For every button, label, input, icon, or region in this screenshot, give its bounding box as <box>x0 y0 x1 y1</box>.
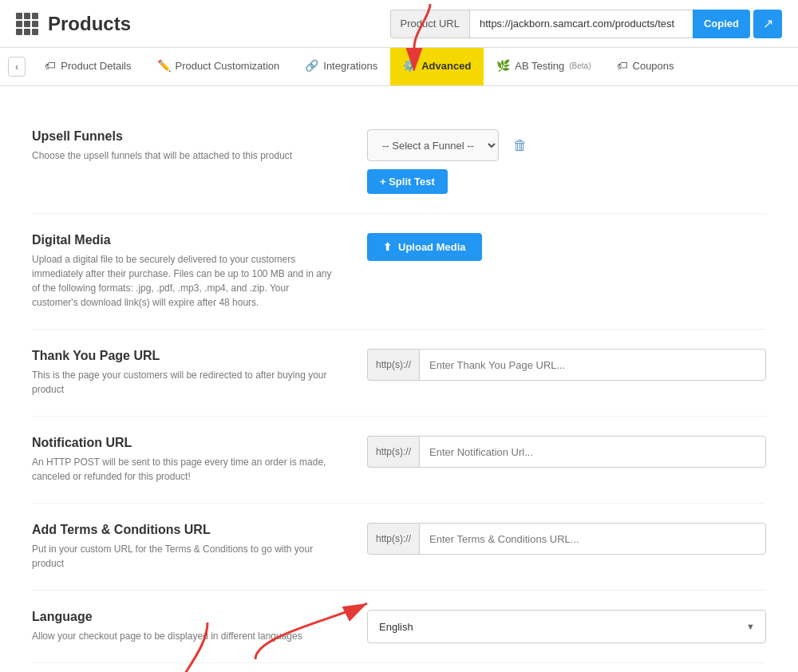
delete-funnel-button[interactable]: 🗑 <box>507 131 534 160</box>
split-test-button[interactable]: + Split Test <box>367 169 448 194</box>
upsell-funnels-title: Upsell Funnels <box>32 129 335 144</box>
upload-icon: ⬆ <box>383 241 392 253</box>
thank-you-page-section: Thank You Page URL This is the page your… <box>32 330 766 417</box>
language-desc: Allow your checkout page to be displayed… <box>32 629 335 643</box>
branch-icon: 🌿 <box>496 59 510 72</box>
terms-conditions-url-group: http(s):// <box>367 523 766 555</box>
pencil-icon: ✏️ <box>157 59 171 72</box>
language-section: Language Allow your checkout page to be … <box>32 591 766 663</box>
digital-media-desc: Upload a digital file to be securely del… <box>32 252 335 310</box>
tab-advanced[interactable]: ⚙️ Advanced <box>390 48 484 85</box>
digital-media-title: Digital Media <box>32 233 335 247</box>
terms-conditions-desc: Put in your custom URL for the Terms & C… <box>32 542 335 571</box>
digital-media-section: Digital Media Upload a digital file to b… <box>32 214 766 330</box>
trash-icon: 🗑 <box>513 137 527 153</box>
tab-product-customization[interactable]: ✏️ Product Customization <box>144 48 293 85</box>
tab-prev-button[interactable]: ‹ <box>8 57 26 77</box>
thank-you-title: Thank You Page URL <box>32 349 335 363</box>
notification-url-group: http(s):// <box>367 436 766 468</box>
page-title: Products <box>48 13 131 35</box>
upload-media-button[interactable]: ⬆ Upload Media <box>367 233 482 261</box>
tag-icon: 🏷 <box>45 59 56 72</box>
product-url-input[interactable] <box>469 10 693 38</box>
copied-button[interactable]: Copied <box>693 10 750 38</box>
external-link-button[interactable]: ↗ <box>753 10 782 38</box>
notification-url-input[interactable] <box>419 436 766 468</box>
tab-coupons[interactable]: 🏷 Coupons <box>604 48 687 85</box>
language-select[interactable]: English Spanish French German Portuguese… <box>367 610 766 643</box>
gear-icon: ⚙️ <box>403 59 417 72</box>
product-url-label: Product URL <box>390 10 469 38</box>
notification-url-prefix: http(s):// <box>367 436 419 468</box>
notification-url-desc: An HTTP POST will be sent to this page e… <box>32 455 335 484</box>
coupon-icon: 🏷 <box>617 59 628 72</box>
thank-you-url-group: http(s):// <box>367 349 766 381</box>
upsell-funnels-desc: Choose the upsell funnels that will be a… <box>32 148 335 163</box>
tab-ab-testing[interactable]: 🌿 AB Testing (Beta) <box>484 48 603 85</box>
funnel-select[interactable]: -- Select a Funnel -- <box>367 129 499 161</box>
main-content: Upsell Funnels Choose the upsell funnels… <box>0 86 798 672</box>
thank-you-url-input[interactable] <box>419 349 766 381</box>
upsell-funnels-section: Upsell Funnels Choose the upsell funnels… <box>32 110 766 214</box>
thank-you-url-prefix: http(s):// <box>367 349 419 381</box>
language-select-wrapper: English Spanish French German Portuguese… <box>367 610 766 643</box>
tab-integrations[interactable]: 🔗 Integrations <box>292 48 390 85</box>
terms-conditions-title: Add Terms & Conditions URL <box>32 523 335 537</box>
thank-you-desc: This is the page your customers will be … <box>32 368 335 397</box>
embed-html-section: Embed HTML / Scripts In Footer Embed any… <box>32 663 766 672</box>
terms-conditions-url-input[interactable] <box>419 523 766 555</box>
terms-conditions-section: Add Terms & Conditions URL Put in your c… <box>32 504 766 591</box>
link-icon: 🔗 <box>305 59 318 72</box>
tab-product-details[interactable]: 🏷 Product Details <box>32 48 144 85</box>
notification-url-title: Notification URL <box>32 436 335 450</box>
tabs-bar: ‹ 🏷 Product Details ✏️ Product Customiza… <box>0 48 798 86</box>
notification-url-section: Notification URL An HTTP POST will be se… <box>32 417 766 504</box>
language-title: Language <box>32 610 335 624</box>
terms-conditions-url-prefix: http(s):// <box>367 523 419 555</box>
grid-icon <box>16 13 38 35</box>
